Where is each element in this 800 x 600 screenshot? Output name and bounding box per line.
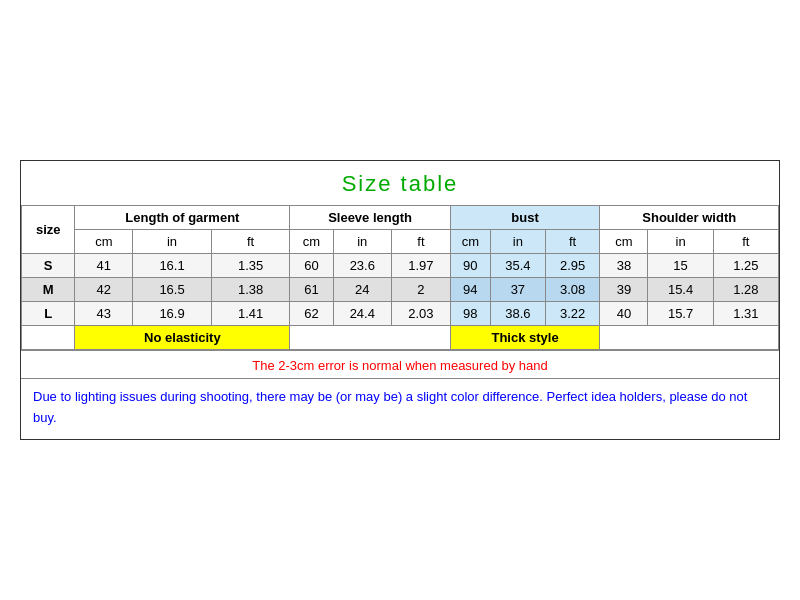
len-cm: cm (75, 230, 133, 254)
sle-ft: ft (392, 230, 451, 254)
m-sho-ft: 1.28 (713, 278, 778, 302)
row-s: S 41 16.1 1.35 60 23.6 1.97 90 35.4 2.95… (22, 254, 779, 278)
m-len-ft: 1.38 (211, 278, 290, 302)
bust-ft: ft (545, 230, 600, 254)
bust-header: bust (450, 206, 600, 230)
m-bust-in: 37 (491, 278, 546, 302)
len-in: in (133, 230, 212, 254)
sho-in: in (648, 230, 713, 254)
s-len-in: 16.1 (133, 254, 212, 278)
note-empty-shoulder (600, 326, 779, 350)
m-sho-in: 15.4 (648, 278, 713, 302)
l-sle-ft: 2.03 (392, 302, 451, 326)
l-bust-in: 38.6 (491, 302, 546, 326)
l-sho-cm: 40 (600, 302, 648, 326)
l-bust-ft: 3.22 (545, 302, 600, 326)
m-sle-in: 24 (333, 278, 392, 302)
l-len-cm: 43 (75, 302, 133, 326)
m-sle-ft: 2 (392, 278, 451, 302)
size-table-container: Size table size Length of garment Sleeve… (20, 160, 780, 440)
s-bust-ft: 2.95 (545, 254, 600, 278)
sle-cm: cm (290, 230, 333, 254)
l-sle-in: 24.4 (333, 302, 392, 326)
subheader-row: cm in ft cm in ft cm in ft cm in ft (22, 230, 779, 254)
l-bust-cm: 98 (450, 302, 490, 326)
l-sho-in: 15.7 (648, 302, 713, 326)
bust-cm: cm (450, 230, 490, 254)
sleeve-header: Sleeve length (290, 206, 450, 230)
len-ft: ft (211, 230, 290, 254)
sho-ft: ft (713, 230, 778, 254)
s-len-ft: 1.35 (211, 254, 290, 278)
m-sle-cm: 61 (290, 278, 333, 302)
sho-cm: cm (600, 230, 648, 254)
note-empty-sleeve (290, 326, 450, 350)
l-sle-cm: 62 (290, 302, 333, 326)
s-sho-ft: 1.25 (713, 254, 778, 278)
s-bust-in: 35.4 (491, 254, 546, 278)
error-note: The 2-3cm error is normal when measured … (21, 350, 779, 378)
sle-in: in (333, 230, 392, 254)
s-len-cm: 41 (75, 254, 133, 278)
size-s: S (22, 254, 75, 278)
size-m: M (22, 278, 75, 302)
m-sho-cm: 39 (600, 278, 648, 302)
no-elasticity-label: No elasticity (75, 326, 290, 350)
thick-style-label: Thick style (450, 326, 600, 350)
table-title: Size table (21, 161, 779, 205)
lighting-note: Due to lighting issues during shooting, … (21, 378, 779, 439)
s-sle-cm: 60 (290, 254, 333, 278)
s-sle-in: 23.6 (333, 254, 392, 278)
m-len-cm: 42 (75, 278, 133, 302)
bust-in: in (491, 230, 546, 254)
s-bust-cm: 90 (450, 254, 490, 278)
row-m: M 42 16.5 1.38 61 24 2 94 37 3.08 39 15.… (22, 278, 779, 302)
size-header: size (22, 206, 75, 254)
m-len-in: 16.5 (133, 278, 212, 302)
note-empty-size (22, 326, 75, 350)
row-l: L 43 16.9 1.41 62 24.4 2.03 98 38.6 3.22… (22, 302, 779, 326)
l-len-in: 16.9 (133, 302, 212, 326)
size-table: size Length of garment Sleeve length bus… (21, 205, 779, 350)
s-sho-in: 15 (648, 254, 713, 278)
shoulder-header: Shoulder width (600, 206, 779, 230)
length-header: Length of garment (75, 206, 290, 230)
m-bust-ft: 3.08 (545, 278, 600, 302)
l-len-ft: 1.41 (211, 302, 290, 326)
size-l: L (22, 302, 75, 326)
s-sle-ft: 1.97 (392, 254, 451, 278)
header-row: size Length of garment Sleeve length bus… (22, 206, 779, 230)
s-sho-cm: 38 (600, 254, 648, 278)
m-bust-cm: 94 (450, 278, 490, 302)
l-sho-ft: 1.31 (713, 302, 778, 326)
note-row: No elasticity Thick style (22, 326, 779, 350)
